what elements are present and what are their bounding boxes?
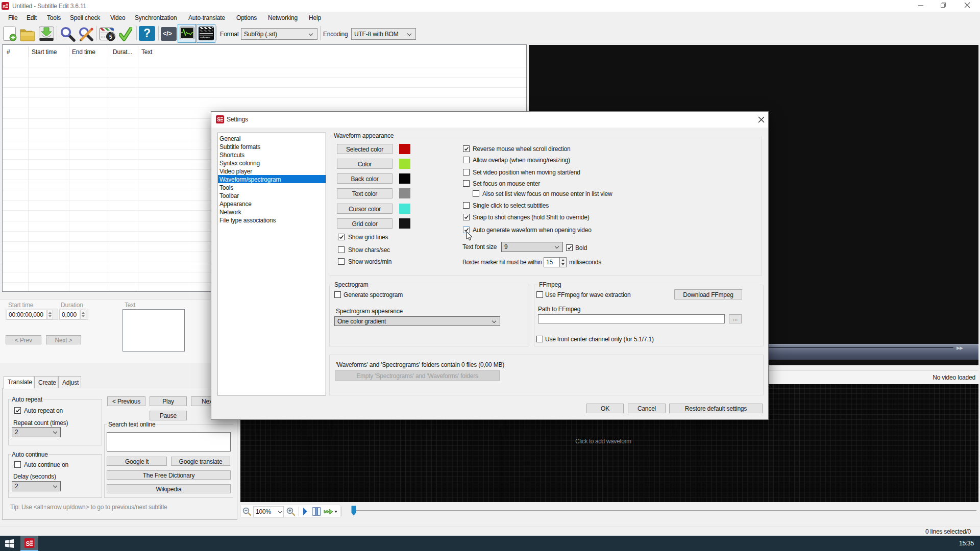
svg-text:5: 5	[109, 34, 112, 40]
svg-text:S: S	[217, 117, 220, 122]
svg-text:S: S	[26, 540, 30, 547]
svg-text:S: S	[3, 4, 6, 9]
